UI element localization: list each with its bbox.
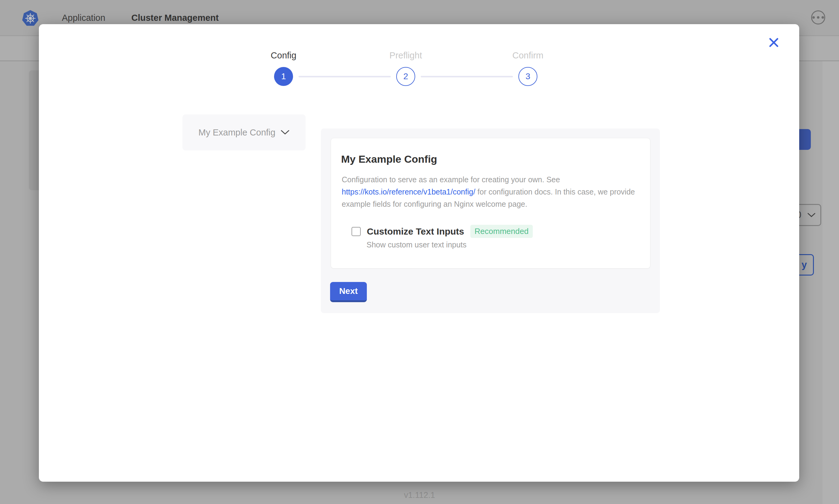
helm-wheel-icon [24,12,36,24]
step-circle-3: 3 [518,67,537,86]
step-connector [298,76,391,77]
checkbox-help-text: Show custom user text inputs [366,240,632,249]
step-circle-2: 2 [396,67,415,86]
step-label-config: Config [244,51,323,60]
checkbox-label[interactable]: Customize Text Inputs [367,226,464,237]
chevron-down-icon [281,130,289,135]
recommended-badge: Recommended [470,225,533,238]
config-panel: My Example Config Configuration to serve… [321,128,660,313]
customize-text-inputs-checkbox[interactable] [352,227,361,236]
config-group-label: My Example Config [199,128,275,138]
app-version: v1.112.1 [0,490,839,500]
config-docs-link[interactable]: https://kots.io/reference/v1beta1/config… [342,187,475,196]
step-connector [421,76,513,77]
step-label-confirm: Confirm [488,51,568,60]
screen: Application Cluster Management 0 y v1.11… [0,0,839,504]
close-icon[interactable] [765,34,782,51]
step-circle-1: 1 [274,67,293,86]
config-group-description: Configuration to serve as an example for… [342,174,643,210]
more-options-icon[interactable] [811,11,825,24]
config-group-card: My Example Config Configuration to serve… [331,138,650,269]
checkbox-row: Customize Text Inputs Recommended [352,225,632,238]
config-group-dropdown[interactable]: My Example Config [183,114,306,150]
step-label-preflight: Preflight [366,51,446,60]
kubernetes-logo-icon[interactable] [22,10,38,26]
background-outline-button-label: y [802,259,807,270]
background-content-edge [822,61,839,504]
config-group-title: My Example Config [341,153,632,165]
config-wizard-modal: Config Preflight Confirm 1 2 3 My Exampl… [39,24,799,482]
next-button[interactable]: Next [330,282,367,302]
chevron-down-icon [807,213,816,217]
